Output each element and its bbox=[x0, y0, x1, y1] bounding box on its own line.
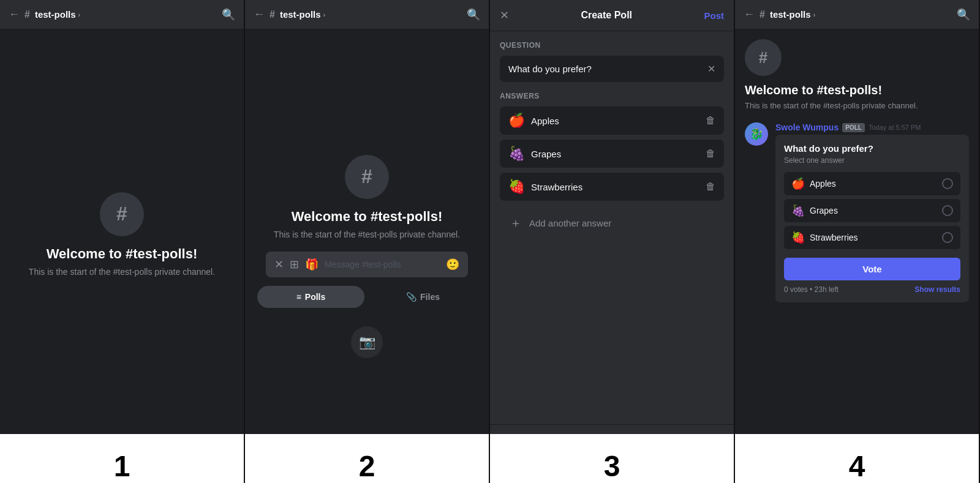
hash-icon-1: # bbox=[24, 9, 30, 20]
message-content: Swole Wumpus POLL Today at 5:57 PM What … bbox=[775, 122, 969, 302]
avatar-icon: 🐉 bbox=[750, 127, 763, 141]
poll-option-2[interactable]: 🍇 Grapes bbox=[784, 199, 960, 222]
poll-footer: 0 votes • 23h left Show results bbox=[784, 285, 960, 294]
emoji-icon-2[interactable]: 🙂 bbox=[446, 258, 459, 271]
step-number-3: 3 bbox=[490, 434, 734, 483]
poll-question: What do you prefer? bbox=[784, 143, 960, 154]
poll-option-emoji-1: 🍎 bbox=[791, 177, 805, 190]
panel-3: ✕ Create Poll Post Question What do you … bbox=[490, 0, 735, 483]
modal-close-icon[interactable]: ✕ bbox=[500, 9, 509, 22]
poll-option-left-2: 🍇 Grapes bbox=[791, 204, 838, 217]
chevron-icon-1: › bbox=[78, 11, 81, 18]
answer-text-2: Grapes bbox=[531, 149, 699, 159]
answer-row-1: 🍎 Apples 🗑 bbox=[500, 107, 724, 135]
hash-icon-2: # bbox=[270, 9, 275, 20]
polls-label: Polls bbox=[305, 292, 325, 302]
grid-icon-2[interactable]: ⊞ bbox=[290, 258, 299, 271]
back-icon-2[interactable]: ← bbox=[254, 8, 265, 21]
delete-answer-1[interactable]: 🗑 bbox=[706, 115, 715, 126]
welcome-subtitle-4: This is the start of the #test-polls pri… bbox=[745, 101, 918, 110]
plus-icon: ＋ bbox=[508, 215, 523, 230]
radio-3[interactable] bbox=[942, 232, 953, 243]
poll-option-3[interactable]: 🍓 Strawberries bbox=[784, 226, 960, 249]
step-number-1: 1 bbox=[0, 434, 244, 483]
answer-emoji-1: 🍎 bbox=[508, 113, 525, 129]
question-value: What do you prefer? bbox=[508, 64, 701, 74]
delete-answer-2[interactable]: 🗑 bbox=[706, 148, 715, 159]
close-icon-2[interactable]: ✕ bbox=[274, 258, 284, 271]
search-icon-4[interactable]: 🔍 bbox=[957, 8, 970, 21]
poll-option-left-1: 🍎 Apples bbox=[791, 177, 836, 190]
welcome-title-4: Welcome to #test-polls! bbox=[745, 83, 882, 97]
panel-2: ← # test-polls › 🔍 # Welcome to #test-po… bbox=[245, 0, 490, 483]
camera-icon: 📷 bbox=[351, 326, 383, 358]
message-meta: Swole Wumpus POLL Today at 5:57 PM bbox=[775, 122, 969, 132]
tab-files[interactable]: 📎 Files bbox=[369, 286, 477, 308]
hash-icon-4: # bbox=[760, 9, 765, 20]
question-label: Question bbox=[500, 41, 724, 50]
poll-option-emoji-3: 🍓 bbox=[791, 231, 805, 244]
answers-label: Answers bbox=[500, 92, 724, 100]
poll-card: What do you prefer? Select one answer 🍎 … bbox=[775, 135, 969, 302]
answer-text-1: Apples bbox=[531, 116, 699, 126]
panel-1: ← # test-polls › 🔍 # Welcome to #test-po… bbox=[0, 0, 245, 483]
poll-badge: POLL bbox=[842, 123, 865, 132]
show-results-link[interactable]: Show results bbox=[914, 285, 960, 294]
panel-2-content: # Welcome to #test-polls! This is the st… bbox=[245, 29, 489, 483]
poll-option-left-3: 🍓 Strawberries bbox=[791, 231, 858, 244]
panel-1-content: # Welcome to #test-polls! This is the st… bbox=[0, 29, 244, 439]
radio-2[interactable] bbox=[942, 205, 953, 216]
answer-text-3: Strawberries bbox=[531, 182, 699, 192]
poll-option-1[interactable]: 🍎 Apples bbox=[784, 172, 960, 195]
camera-area: 📷 bbox=[351, 326, 383, 358]
message-time: Today at 5:57 PM bbox=[869, 124, 921, 131]
add-answer-button[interactable]: ＋ Add another answer bbox=[500, 208, 724, 238]
files-icon: 📎 bbox=[406, 292, 417, 302]
step-number-4: 4 bbox=[735, 434, 979, 483]
vote-button[interactable]: Vote bbox=[784, 258, 960, 280]
chevron-icon-2: › bbox=[323, 11, 326, 18]
panel-2-header: ← # test-polls › 🔍 bbox=[245, 0, 489, 29]
welcome-subtitle-1: This is the start of the #test-polls pri… bbox=[29, 267, 215, 277]
panel-4: ← # test-polls › 🔍 # Welcome to #test-po… bbox=[735, 0, 980, 483]
pill-tabs: ≡ Polls 📎 Files bbox=[257, 286, 477, 308]
answer-emoji-2: 🍇 bbox=[508, 146, 525, 162]
add-answer-label: Add another answer bbox=[529, 218, 611, 228]
polls-icon: ≡ bbox=[296, 292, 301, 302]
channel-name-1: test-polls › bbox=[35, 9, 80, 20]
step-number-2: 2 bbox=[245, 434, 489, 483]
message-group: 🐉 Swole Wumpus POLL Today at 5:57 PM Wha… bbox=[745, 122, 969, 302]
question-input[interactable]: What do you prefer? ✕ bbox=[500, 56, 724, 82]
back-icon-4[interactable]: ← bbox=[744, 8, 755, 21]
channel-welcome-4: # Welcome to #test-polls! This is the st… bbox=[745, 39, 969, 110]
channel-name-2: test-polls › bbox=[280, 9, 325, 20]
radio-1[interactable] bbox=[942, 178, 953, 189]
toolbar-wrap: ✕ ⊞ 🎁 Message #test-polls 🙂 ≡ Polls 📎 Fi… bbox=[257, 252, 477, 308]
channel-name-4: test-polls › bbox=[770, 9, 815, 20]
back-icon-1[interactable]: ← bbox=[9, 8, 20, 21]
answers-list: 🍎 Apples 🗑 🍇 Grapes 🗑 🍓 Strawberries 🗑 bbox=[500, 107, 724, 201]
welcome-title-1: Welcome to #test-polls! bbox=[47, 246, 198, 262]
modal-title: Create Poll bbox=[509, 10, 704, 21]
hash-symbol-2: # bbox=[361, 165, 372, 188]
poll-subtext: Select one answer bbox=[784, 156, 960, 165]
post-button[interactable]: Post bbox=[704, 10, 724, 21]
message-author: Swole Wumpus bbox=[775, 122, 839, 132]
answer-emoji-3: 🍓 bbox=[508, 179, 525, 195]
delete-answer-3[interactable]: 🗑 bbox=[706, 181, 715, 192]
poll-option-emoji-2: 🍇 bbox=[791, 204, 805, 217]
channel-icon-2: # bbox=[345, 155, 389, 199]
search-icon-1[interactable]: 🔍 bbox=[222, 8, 235, 21]
clear-question-icon[interactable]: ✕ bbox=[707, 63, 715, 75]
gift-icon-2[interactable]: 🎁 bbox=[305, 258, 318, 271]
message-bar-2[interactable]: ✕ ⊞ 🎁 Message #test-polls 🙂 bbox=[266, 252, 468, 277]
welcome-subtitle-2: This is the start of the #test-polls pri… bbox=[274, 230, 460, 239]
channel-icon-1: # bbox=[100, 192, 144, 236]
hash-symbol-4: # bbox=[759, 48, 767, 67]
search-icon-2[interactable]: 🔍 bbox=[467, 8, 480, 21]
answer-row-2: 🍇 Grapes 🗑 bbox=[500, 140, 724, 168]
tab-polls[interactable]: ≡ Polls bbox=[257, 286, 364, 308]
panel-1-header: ← # test-polls › 🔍 bbox=[0, 0, 244, 29]
avatar: 🐉 bbox=[745, 122, 768, 146]
poll-stats: 0 votes • 23h left bbox=[784, 285, 839, 294]
